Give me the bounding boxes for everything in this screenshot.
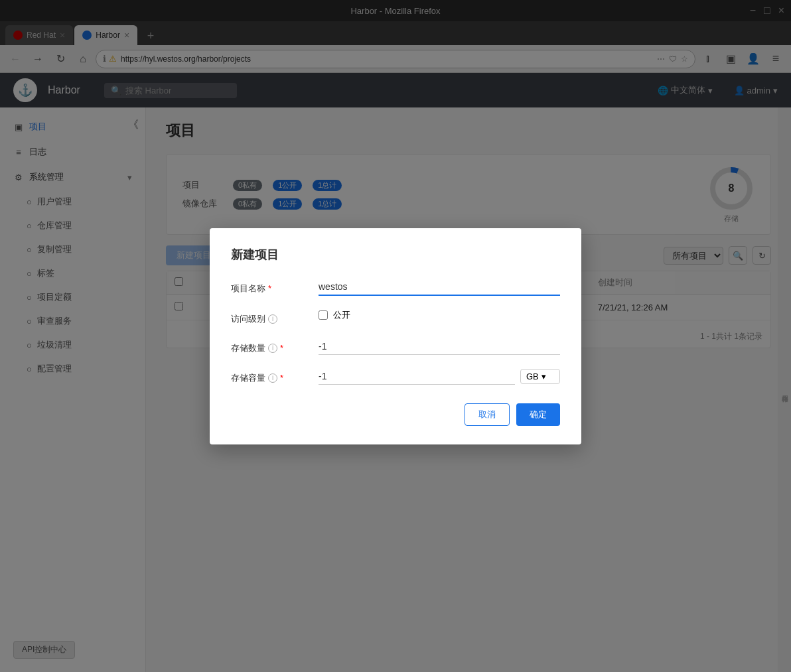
name-input-container xyxy=(319,279,560,296)
modal-overlay: 新建项目 项目名称 * 访问级别 i 公开 xyxy=(0,0,791,672)
form-row-access: 访问级别 i 公开 xyxy=(231,309,560,325)
storage-count-info-icon[interactable]: i xyxy=(268,344,277,353)
access-label: 访问级别 i xyxy=(231,309,311,325)
public-checkbox[interactable] xyxy=(319,310,328,320)
access-info-icon[interactable]: i xyxy=(268,314,277,324)
storage-unit-label: GB xyxy=(526,371,539,381)
public-checkbox-label[interactable]: 公开 xyxy=(333,309,350,321)
storage-count-label: 存储数量 i * xyxy=(231,338,311,354)
confirm-button[interactable]: 确定 xyxy=(516,403,560,426)
form-row-name: 项目名称 * xyxy=(231,279,560,296)
storage-cap-input[interactable] xyxy=(319,368,515,385)
name-required: * xyxy=(268,283,271,293)
name-label: 项目名称 * xyxy=(231,279,311,295)
storage-cap-row: GB ▾ xyxy=(319,368,560,385)
form-row-storage-cap: 存储容量 i * GB ▾ xyxy=(231,368,560,385)
storage-cap-required: * xyxy=(280,373,283,383)
dialog-actions: 取消 确定 xyxy=(231,403,560,426)
project-name-input[interactable] xyxy=(319,279,560,296)
access-checkbox-row: 公开 xyxy=(319,309,560,321)
cancel-button[interactable]: 取消 xyxy=(465,403,510,426)
storage-cap-label: 存储容量 i * xyxy=(231,368,311,384)
storage-cap-control: GB ▾ xyxy=(319,368,560,385)
new-project-dialog: 新建项目 项目名称 * 访问级别 i 公开 xyxy=(210,228,581,444)
storage-count-input[interactable] xyxy=(319,338,560,355)
form-row-storage-count: 存储数量 i * xyxy=(231,338,560,355)
storage-cap-info-icon[interactable]: i xyxy=(268,373,277,383)
storage-unit-arrow: ▾ xyxy=(541,371,546,381)
storage-unit-selector[interactable]: GB ▾ xyxy=(520,369,560,384)
storage-count-required: * xyxy=(280,343,283,353)
storage-count-control xyxy=(319,338,560,355)
dialog-title: 新建项目 xyxy=(231,247,560,263)
access-control: 公开 xyxy=(319,309,560,321)
